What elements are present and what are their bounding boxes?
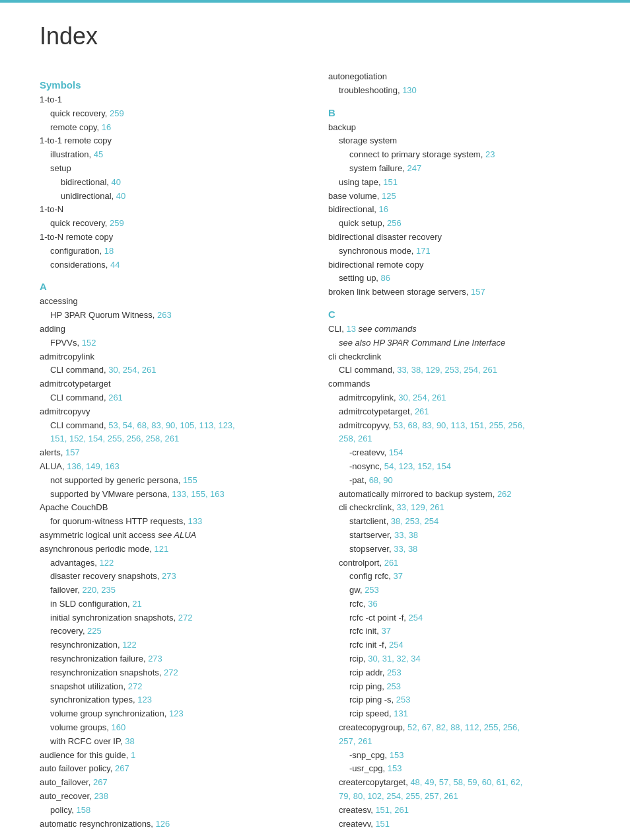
entry-1ton-remote: 1-to-N remote copy <box>40 231 302 245</box>
entry-considerations: considerations, 44 <box>40 258 302 272</box>
entry-setting-up: setting up, 86 <box>328 272 590 286</box>
entry-sld: in SLD configuration, 21 <box>40 597 302 611</box>
entry-asymmetric: asymmetric logical unit access see ALUA <box>40 529 302 543</box>
entry-resync: resynchronization, 122 <box>40 638 302 652</box>
entry-alua: ALUA, 136, 149, 163 <box>40 460 302 474</box>
entry-admitrcopyvy-cli1: CLI command, 53, 54, 68, 83, 90, 105, 11… <box>40 419 302 433</box>
entry-admitrcotypetarget-cli: CLI command, 261 <box>40 391 302 405</box>
entry-bidirectional: bidirectional, 16 <box>328 203 590 217</box>
entry-remote-copy-1: remote copy, 16 <box>40 121 302 135</box>
entry-startclient: startclient, 38, 253, 254 <box>328 515 590 529</box>
entry-dr-snapshots: disaster recovery snapshots, 273 <box>40 570 302 584</box>
columns: Symbols 1-to-1 quick recovery, 259 remot… <box>40 70 590 831</box>
entry-auto-mirror: automatically mirrored to backup system,… <box>328 488 590 502</box>
entry-cmd-admitrcopylink: admitrcopylink, 30, 254, 261 <box>328 391 590 405</box>
section-b: B <box>328 107 590 118</box>
entry-creatercopytarget2: 79, 80, 102, 254, 255, 257, 261 <box>328 790 590 804</box>
entry-1to1: 1-to-1 <box>40 93 302 107</box>
entry-createsv: createsv, 151, 261 <box>328 804 590 818</box>
entry-rcfc-over-ip: with RCFC over IP, 38 <box>40 735 302 749</box>
entry-resync-snapshots: resynchronization snapshots, 272 <box>40 666 302 680</box>
entry-nosync: -nosync, 54, 123, 152, 154 <box>328 460 590 474</box>
entry-bidir-dr: bidirectional disaster recovery <box>328 231 590 245</box>
entry-setup: setup <box>40 162 302 176</box>
entry-admitrcopyvy-cli2: 151, 152, 154, 255, 256, 258, 261 <box>40 432 302 446</box>
entry-vg-sync: volume group synchronization, 123 <box>40 707 302 721</box>
entry-cli: CLI, 13 see commands <box>328 323 590 336</box>
entry-bidirectional-1: bidirectional, 40 <box>40 176 302 190</box>
entry-rcip-addr: rcip addr, 253 <box>328 666 590 680</box>
entry-rcip-ping-s: rcip ping -s, 253 <box>328 693 590 707</box>
entry-apache-quorum: for quorum-witness HTTP requests, 133 <box>40 515 302 529</box>
entry-pat: -pat, 68, 90 <box>328 474 590 488</box>
entry-sync-types: synchronization types, 123 <box>40 693 302 707</box>
entry-apache: Apache CouchDB <box>40 501 302 515</box>
entry-createvv: -createvv, 154 <box>328 446 590 460</box>
entry-adding: adding <box>40 323 302 336</box>
entry-configuration: configuration, 18 <box>40 245 302 258</box>
entry-hp3par-quorum: HP 3PAR Quorum Witness, 263 <box>40 309 302 323</box>
entry-snp-cpg: -snp_cpg, 153 <box>328 749 590 763</box>
entry-alerts: alerts, 157 <box>40 446 302 460</box>
entry-createcopygroup2: 257, 261 <box>328 735 590 749</box>
entry-illustration: illustration, 45 <box>40 148 302 162</box>
entry-auto-failover-policy: auto failover policy, 267 <box>40 762 302 776</box>
entry-autoneg: autonegotiation <box>328 70 590 84</box>
entry-quick-recovery-1: quick recovery, 259 <box>40 107 302 121</box>
entry-createcopygroup1: createcopygroup, 52, 67, 82, 88, 112, 25… <box>328 721 590 735</box>
entry-advantages: advantages, 122 <box>40 556 302 570</box>
entry-connect-primary: connect to primary storage system, 23 <box>328 148 590 162</box>
entry-base-volume: base volume, 125 <box>328 190 590 204</box>
entry-createvv2: createvv, 151 <box>328 818 590 831</box>
entry-auto-failover: auto_failover, 267 <box>40 776 302 790</box>
entry-resync-failure: resynchronization failure, 273 <box>40 652 302 666</box>
entry-rcip-speed: rcip speed, 131 <box>328 707 590 721</box>
entry-admitrcotypetarget: admitrcotypetarget <box>40 377 302 391</box>
entry-auto-recover: auto_recover, 238 <box>40 790 302 804</box>
entry-admitrcopyvy: admitrcopyvy <box>40 405 302 419</box>
entry-quick-setup: quick setup, 256 <box>328 217 590 231</box>
entry-stopserver: stopserver, 33, 38 <box>328 543 590 556</box>
entry-quick-recovery-2: quick recovery, 259 <box>40 217 302 231</box>
entry-rcfc-init-f: rcfc init -f, 254 <box>328 638 590 652</box>
entry-cmd-admitrcopyvy2: 258, 261 <box>328 432 590 446</box>
entry-commands: commands <box>328 377 590 391</box>
entry-bidir-rc: bidirectional remote copy <box>328 258 590 272</box>
entry-alua-generic: not supported by generic persona, 155 <box>40 474 302 488</box>
entry-rcip: rcip, 30, 31, 32, 34 <box>328 652 590 666</box>
entry-cli-seealso: see also HP 3PAR Command Line Interface <box>328 336 590 350</box>
entry-rcip-ping: rcip ping, 253 <box>328 680 590 694</box>
entry-accessing: accessing <box>40 295 302 309</box>
right-column: autonegotiation troubleshooting, 130 B b… <box>328 70 590 831</box>
entry-cli-checkrclink2: cli checkrclink, 33, 129, 261 <box>328 501 590 515</box>
entry-fpvvs: FPVVs, 152 <box>40 336 302 350</box>
entry-autoneg-trouble: troubleshooting, 130 <box>328 84 590 98</box>
entry-cmd-admitrcotypetarget: admitrcotypetarget, 261 <box>328 405 590 419</box>
entry-admitrcopylink: admitrcopylink <box>40 350 302 364</box>
entry-rcfc-init: rcfc init, 37 <box>328 625 590 638</box>
page-container: Index Symbols 1-to-1 quick recovery, 259… <box>0 3 630 840</box>
entry-admitrcopylink-cli: CLI command, 30, 254, 261 <box>40 363 302 377</box>
entry-audience: audience for this guide, 1 <box>40 749 302 763</box>
entry-sync-mode: synchronous mode, 171 <box>328 245 590 258</box>
entry-failover: failover, 220, 235 <box>40 584 302 597</box>
entry-init-sync: initial synchronization snapshots, 272 <box>40 611 302 625</box>
entry-backup: backup <box>328 121 590 135</box>
entry-system-failure: system failure, 247 <box>328 162 590 176</box>
entry-async: asynchronous periodic mode, 121 <box>40 543 302 556</box>
entry-controlport: controlport, 261 <box>328 556 590 570</box>
entry-config-rcfc: config rcfc, 37 <box>328 570 590 584</box>
section-c: C <box>328 309 590 320</box>
section-a: A <box>40 281 302 292</box>
section-symbols: Symbols <box>40 79 302 91</box>
entry-alua-vmware: supported by VMware persona, 133, 155, 1… <box>40 488 302 502</box>
entry-usr-cpg: -usr_cpg, 153 <box>328 762 590 776</box>
entry-unidirectional: unidirectional, 40 <box>40 190 302 204</box>
entry-vol-groups: volume groups, 160 <box>40 721 302 735</box>
entry-broken-link: broken link between storage servers, 157 <box>328 286 590 299</box>
entry-cmd-admitrcopyvy1: admitrcopyvy, 53, 68, 83, 90, 113, 151, … <box>328 419 590 433</box>
entry-creatercopytarget1: creatercopytarget, 48, 49, 57, 58, 59, 6… <box>328 776 590 790</box>
entry-rcfc-ct: rcfc -ct point -f, 254 <box>328 611 590 625</box>
entry-snapshot-util: snapshot utilization, 272 <box>40 680 302 694</box>
entry-auto-recover-policy: policy, 158 <box>40 804 302 818</box>
